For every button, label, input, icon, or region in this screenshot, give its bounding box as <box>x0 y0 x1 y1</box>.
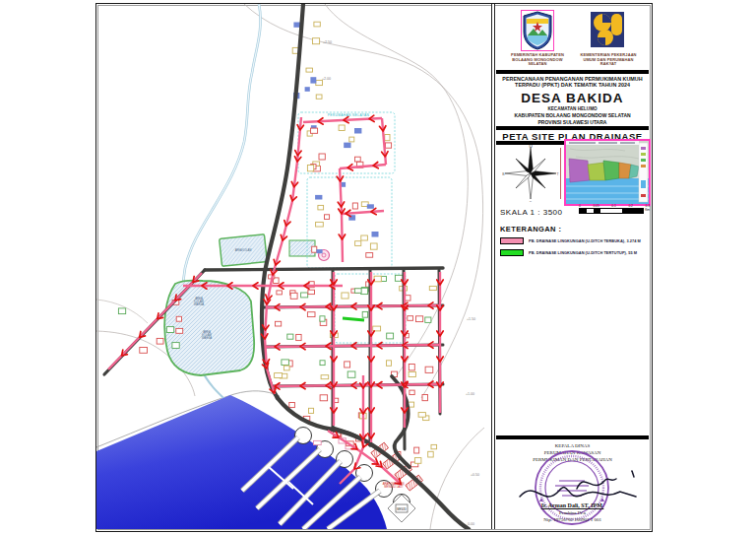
building <box>425 317 431 322</box>
building <box>316 95 322 99</box>
svg-text:+2.00: +2.00 <box>322 77 331 81</box>
building <box>386 143 392 148</box>
svg-text:AREA KOLAM: AREA KOLAM <box>235 248 252 252</box>
building <box>370 243 377 249</box>
building <box>157 338 163 344</box>
building <box>313 38 320 44</box>
separator <box>496 126 649 130</box>
building <box>354 289 361 294</box>
building <box>408 316 413 321</box>
signatory-rank: Pembina IV.a <box>494 510 651 515</box>
program-title: PERENCANAAN PENANGANAN PERMUKIMAN KUMUH … <box>494 76 651 89</box>
building <box>320 361 325 366</box>
building <box>418 413 425 418</box>
building <box>301 293 308 298</box>
building <box>425 367 433 372</box>
scale-bar: 00.050.10.20.3 Km <box>579 204 650 214</box>
svg-text:+1.00: +1.00 <box>466 392 474 396</box>
building <box>366 253 373 258</box>
building <box>374 276 381 282</box>
building <box>372 232 379 237</box>
building <box>410 390 414 395</box>
building <box>354 128 361 134</box>
building <box>308 290 315 294</box>
svg-text:B: B <box>502 172 505 176</box>
building <box>373 326 381 331</box>
building <box>314 440 322 444</box>
building <box>387 361 392 367</box>
regency-name: KABUPATEN BOLAANG MONGONDOW SELATAN <box>494 112 651 118</box>
building <box>296 334 301 340</box>
building <box>422 395 428 401</box>
drawing-sheet: +2.50 +2.00 +1.50 +1.00 +0.50 0.00 <box>95 3 653 532</box>
building <box>316 80 323 85</box>
building <box>311 128 318 133</box>
building <box>352 203 357 209</box>
building <box>282 360 289 366</box>
building <box>140 348 148 354</box>
building <box>342 293 348 299</box>
svg-text:S: S <box>530 201 533 202</box>
building <box>276 321 282 326</box>
building <box>310 77 316 83</box>
mosque: MESJID <box>388 495 415 522</box>
building <box>172 343 179 349</box>
building <box>385 135 390 141</box>
building <box>306 68 313 72</box>
building <box>355 241 361 246</box>
building <box>429 286 436 290</box>
svg-text:U: U <box>529 145 532 149</box>
building <box>321 375 329 379</box>
building <box>344 143 350 149</box>
village-name: DESA BAKIDA <box>494 91 651 105</box>
building <box>309 408 314 413</box>
building <box>319 154 325 160</box>
district-name: KECAMATAN HELUMO <box>494 106 651 111</box>
drainage-line <box>343 318 364 320</box>
building <box>289 403 295 408</box>
building <box>166 327 173 333</box>
building <box>277 291 283 295</box>
building <box>428 451 434 457</box>
legend-swatch-pink <box>500 237 524 244</box>
building <box>414 458 421 464</box>
building <box>431 444 437 448</box>
building <box>176 316 181 321</box>
svg-text:ARAH SALURAN MENUJU LAU: ARAH SALURAN MENUJU LAUT <box>383 482 406 489</box>
svg-text:MESJID: MESJID <box>397 507 407 511</box>
building <box>347 371 355 377</box>
scale-label: SKALA 1 : 3500 <box>500 208 579 217</box>
building <box>287 334 293 339</box>
title-block: PEMERINTAH KABUPATEN BOLAANG MONGONDOW S… <box>494 4 651 529</box>
site-plan-map: +2.50 +2.00 +1.50 +1.00 +0.50 0.00 <box>96 4 491 529</box>
scale-ticks: 00.050.10.20.3 <box>579 204 650 208</box>
signatory-nip: Nip. 19750702 200902 1 001 <box>494 517 651 522</box>
building <box>176 328 183 333</box>
building <box>361 235 368 240</box>
svg-text:PERUMAHAN NELAYAN: PERUMAHAN NELAYAN <box>328 113 370 117</box>
building <box>349 137 354 142</box>
separator <box>496 435 649 439</box>
building <box>307 166 313 171</box>
building <box>320 316 325 321</box>
svg-text:0.00: 0.00 <box>468 522 474 526</box>
building <box>362 311 367 317</box>
svg-text:T: T <box>556 172 559 176</box>
building <box>312 246 317 252</box>
building <box>118 308 125 314</box>
pupr-logo-caption: KEMENTERIAN PEKERJAAN UMUM DAN PERUMAHAN… <box>571 53 646 67</box>
inset-map <box>564 139 651 206</box>
building <box>318 205 324 210</box>
legend-title: KETERANGAN : <box>500 225 589 234</box>
svg-text:+0.50: +0.50 <box>471 473 479 477</box>
building <box>416 316 423 322</box>
building <box>414 447 419 453</box>
kabupaten-logo <box>521 10 554 51</box>
building <box>409 371 415 376</box>
building <box>316 222 324 227</box>
building <box>339 125 345 131</box>
building <box>284 366 289 370</box>
building <box>275 373 283 378</box>
svg-text:+1.50: +1.50 <box>467 317 475 321</box>
building <box>315 195 322 200</box>
